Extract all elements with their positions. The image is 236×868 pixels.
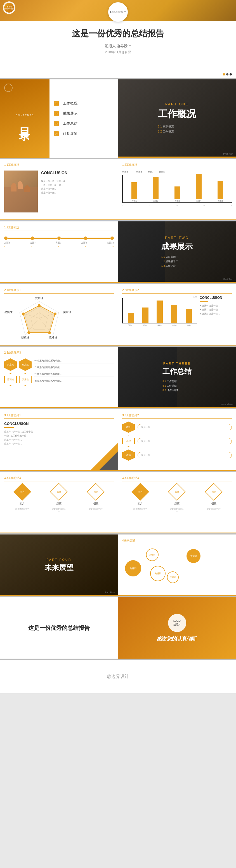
hex-row-3: 收获 这是一些... [122, 450, 232, 461]
slide-2-2: 2.2成果展示2 80% [118, 284, 236, 345]
bars-2-2 [122, 298, 197, 323]
orange-bar [118, 157, 236, 158]
part-four-content: PART FOUR 未来展望 [45, 558, 73, 572]
slide-bottom-border-4 [0, 345, 118, 345]
hex-row-bar-3: 这是一些... [138, 452, 232, 458]
brand-name: 澳界网WWW.YANJ.CN [4, 6, 14, 10]
section-3-3b-header: 3.3工作总结3 [122, 476, 232, 482]
section-1-1-header: 1.1工作概况 [4, 163, 114, 168]
svg-text:实用性: 实用性 [63, 311, 71, 314]
svg-text:究察性: 究察性 [35, 297, 43, 300]
spider-container: 究察性 实用性 流通性 创意性 逻辑性 [4, 296, 114, 342]
conclusion-text-3-1: 这工作中的一些...这工作中的 一些...这工作中的一些... 这工作中的一些.… [4, 430, 60, 446]
triangle-deco-2 [98, 451, 118, 471]
hex-row-container: 成长 这是一些... 不足 这是一些... 收获 这是一些... [122, 422, 232, 461]
tl-dot-2 [31, 237, 34, 240]
part-one-label: PART ONE [158, 102, 196, 106]
tl-line-2 [34, 238, 57, 239]
diamond-shape-b-2: 态度 [168, 483, 186, 501]
diamond-label-a-1: 实力 [20, 490, 24, 493]
hex-desc-3: 三 联系与功能联系与功能... [34, 372, 114, 377]
conclusion-items-2-2: ● 成就一 这是一些... ● 成就二 这是一些... ● 成就三 这是一些..… [200, 304, 232, 316]
content-text-4: 计划展望 [63, 131, 78, 136]
slide-1-2a: 1.2工作概况 方面2方面3方面4方面5 方面1 方面2 方面3 方面4 [118, 159, 236, 220]
part-three-title: 工作总结 [163, 367, 191, 376]
bubble-5: 关键词 [150, 566, 166, 581]
diamond-desc-b-3: 此处请填写内容 [207, 508, 220, 510]
part-three-item-2: 3.2 工作总结 [163, 384, 191, 388]
conclusion-title: CONCLUSION [41, 170, 114, 175]
bar-col-5: 方面5 [210, 181, 230, 203]
hex-row-1: 成长 这是一些... [122, 422, 232, 433]
hex-desc-4: 四 联系与功能联系与功能... [34, 378, 114, 383]
diamond-label-b-3: 创意 [212, 490, 216, 493]
hex-shape-4: 实用性 [19, 373, 32, 386]
content-item-1: 01 工作概况 [54, 101, 114, 106]
part-one-title: 工作概况 [158, 107, 196, 121]
bar-rect-4 [171, 305, 177, 323]
slide-thanks: LOGO或照片 感谢您的认真倾听 [118, 597, 236, 659]
part-three-footer: Part Three [222, 403, 233, 406]
main-title: 这是一份优秀的总结报告 [0, 28, 236, 39]
hex-shape-3: 逻辑性 [4, 373, 17, 386]
orange-bar-3 [118, 407, 236, 408]
diamond-desc-a-2: 此处需要填写人才 [51, 508, 66, 513]
tl-label-4: 方面9 [81, 241, 87, 244]
slide-3-1-content: CONCLUSION 这工作中的一些...这工作中的 一些...这工作中的一些.… [4, 422, 114, 446]
diamond-shape-a-2: 态度 [50, 483, 68, 501]
tl-val-1: 6 [4, 245, 5, 248]
slide-bottom-border [0, 219, 118, 220]
bar-col-1: 方面1 [124, 182, 144, 203]
svg-point-11 [48, 331, 51, 334]
slide-bottom-border-7 [0, 470, 118, 471]
section-3-3a-header: 3.3工作总结3 [4, 476, 114, 482]
part-two-content: PART TWO 成果展示 1.1 成果展示一 1.2 成果展示二 1.3 工作… [161, 236, 193, 269]
slide-bottom-border-6 [0, 407, 118, 408]
bar-2-2-1 [124, 313, 138, 323]
part-one-items: 1.1 欧职概况 1.2 工作概况 [158, 125, 196, 134]
logo-text: LOGO 或照片 [110, 10, 126, 14]
row-23-partthree: 2.3成果展示3 究察性 创意性 逻辑性 实用性 一 联系与功能联系与功能... [0, 347, 236, 408]
hex-item-4: 实用性 [19, 373, 32, 386]
bar-label-2: 方面2 [153, 199, 158, 203]
row-21-22: 2.1成果展示1 [0, 284, 236, 345]
bubble-4: 关键词 [167, 571, 179, 583]
diamond-label-a-2: 态度 [57, 490, 61, 493]
slide-2-2-content: 80% [122, 296, 232, 341]
slide-bottom-border-5 [118, 345, 236, 345]
tl-values: 6 7 8 9 10 [4, 245, 114, 248]
conclusion-title-3-1: CONCLUSION [4, 422, 114, 426]
slide-bottom-border-9 [0, 532, 118, 533]
part-one-item-1: 1.1 欧职概况 [158, 125, 196, 129]
title-slide: 澳界网WWW.YANJ.CN LOGO 或照片 这是一份优秀的总结报告 汇报人 … [0, 0, 236, 78]
hex-descs: 一 联系与功能联系与功能... 二 联系与功能联系与功能... 三 联系与功能联… [34, 359, 114, 386]
end-title-text: 这是一份优秀的总结报告 [28, 624, 90, 632]
content-text-3: 工作总结 [63, 121, 78, 126]
svg-text:创意性: 创意性 [21, 336, 29, 339]
slide-3-2: 3.2工作总结2 成长 这是一些... 不足 这是一些... 收获 这是一些..… [118, 409, 236, 471]
slide-bottom-border-10 [118, 532, 236, 533]
hex-desc-2: 二 联系与功能联系与功能... [34, 365, 114, 370]
tl-val-4: 9 [84, 245, 86, 248]
bar-3 [175, 186, 180, 199]
contents-slide: CONTENTS 目录 01 工作概况 02 成果展示 03 工作总结 04 计… [0, 80, 118, 158]
hex-row-shape-3: 收获 [122, 450, 135, 461]
hex-item-2: 创意性 [19, 359, 32, 371]
svg-point-9 [38, 304, 40, 307]
row-end-thanks: 这是一份优秀的总结报告 LOGO或照片 感谢您的认真倾听 [0, 597, 236, 659]
bottom-dots [223, 73, 232, 75]
contents-label: CONTENTS [16, 114, 34, 117]
conclusion-title-2-2: CONCLUSION [200, 296, 232, 300]
mu-lu-text: 目录 [17, 119, 32, 123]
tl-val-2: 7 [31, 245, 32, 248]
part-four-slide: PART FOUR 未来展望 Part Four [0, 534, 118, 596]
row-11-12: 1.1工作概况 CONCLUSION 这是一份一般...这是一份一般...这是一… [0, 159, 236, 220]
brand-logo: 澳界网WWW.YANJ.CN [3, 1, 16, 14]
bar-2-2-3 [153, 301, 167, 323]
slide-end-title: 这是一份优秀的总结报告 [0, 597, 118, 659]
dot2 [226, 73, 229, 75]
part-three-items: 3.1 工作总结 3.2 工作总结 3.3 【作组结】 [163, 380, 191, 392]
hex-item-3: 逻辑性 [4, 373, 17, 386]
hex-shape-1: 究察性 [4, 359, 17, 371]
tl-line-1 [7, 238, 31, 239]
